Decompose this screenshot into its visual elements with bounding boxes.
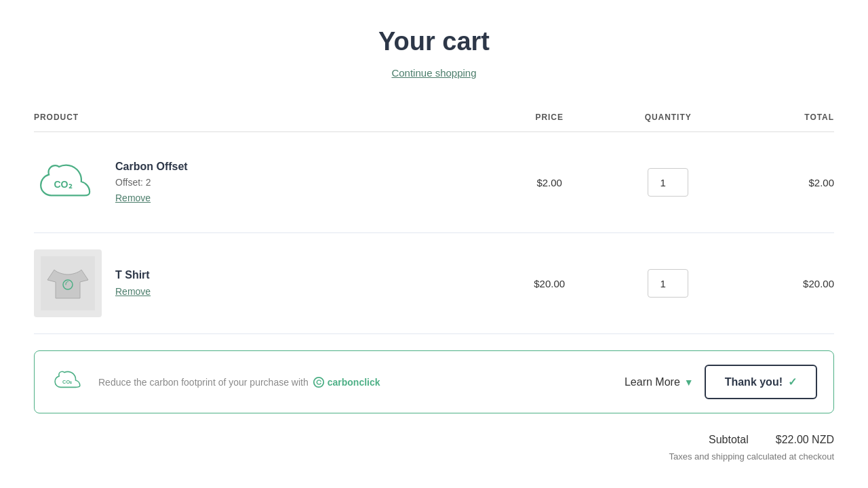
carbonclick-logo: carbonclick [313,376,380,388]
product-info: T Shirt Remove [115,269,151,298]
thank-you-label: Thank you! [725,376,783,388]
product-info: Carbon Offset Offset: 2 Remove [115,161,188,204]
tshirt-product-image [34,249,102,317]
table-row: CO₂ Carbon Offset Offset: 2 Remove $2.00… [34,132,834,233]
col-header-total: TOTAL [739,106,834,132]
chevron-down-icon: ▼ [684,377,694,388]
page-title: Your cart [34,27,834,56]
product-meta: Offset: 2 [115,177,188,188]
subtotal-row: Subtotal $22.00 NZD [34,434,834,446]
svg-point-4 [314,377,323,386]
product-total: $20.00 [739,233,834,334]
table-row: T Shirt Remove $20.00 $20.00 [34,233,834,334]
col-header-quantity: QUANTITY [597,106,739,132]
continue-shopping-link[interactable]: Continue shopping [34,67,834,79]
thank-you-button[interactable]: Thank you! ✓ [705,365,817,399]
product-price: $20.00 [502,233,597,334]
product-cell: CO₂ Carbon Offset Offset: 2 Remove [34,132,502,233]
col-header-price: PRICE [502,106,597,132]
svg-text:CO₂: CO₂ [54,179,72,190]
subtotal-section: Subtotal $22.00 NZD Taxes and shipping c… [34,434,834,462]
subtotal-label: Subtotal [709,434,749,446]
tax-note: Taxes and shipping calculated at checkou… [34,451,834,462]
remove-button[interactable]: Remove [115,192,151,203]
carbon-banner: CO₂ Reduce the carbon footprint of your … [34,350,834,413]
product-price: $2.00 [502,132,597,233]
carbon-banner-text: Reduce the carbon footprint of your purc… [98,376,611,388]
product-name: Carbon Offset [115,161,188,173]
co2-product-image: CO₂ [34,148,102,216]
product-name: T Shirt [115,269,151,281]
co2-cloud-small-icon: CO₂ [54,371,82,394]
co2-banner-icon: CO₂ [51,365,85,399]
learn-more-button[interactable]: Learn More ▼ [625,376,694,388]
quantity-cell [597,233,739,334]
learn-more-label: Learn More [625,376,680,388]
quantity-input[interactable] [648,168,688,197]
quantity-input[interactable] [648,269,688,298]
product-total: $2.00 [739,132,834,233]
subtotal-value: $22.00 NZD [776,434,834,446]
quantity-cell [597,132,739,233]
carbon-text: Reduce the carbon footprint of your purc… [98,377,309,388]
col-header-product: PRODUCT [34,106,502,132]
checkmark-icon: ✓ [788,375,797,388]
banner-actions: Learn More ▼ Thank you! ✓ [625,365,817,399]
product-cell: T Shirt Remove [34,233,502,334]
svg-text:CO₂: CO₂ [62,379,72,385]
cart-table: PRODUCT PRICE QUANTITY TOTAL CO₂ Carbon [34,106,834,334]
carbonclick-circle-icon [313,376,325,388]
remove-button[interactable]: Remove [115,286,151,297]
